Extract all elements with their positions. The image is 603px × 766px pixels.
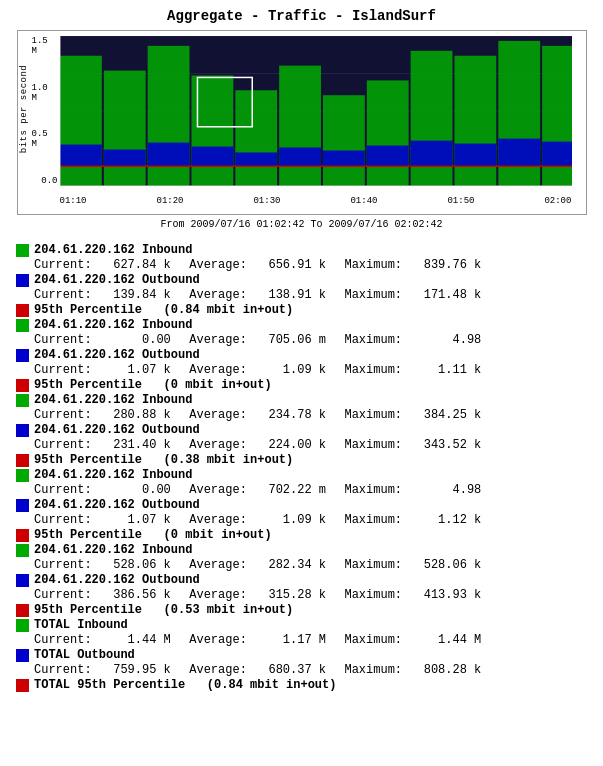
svg-rect-11 xyxy=(279,66,321,186)
svg-rect-18 xyxy=(60,145,102,167)
y-ticks: 1.5 M 1.0 M 0.5 M 0.0 xyxy=(32,36,60,186)
x-tick-2: 01:30 xyxy=(253,196,280,206)
legend-label-total-in: TOTAL Inbound xyxy=(34,618,128,632)
maximum-8: Maximum: 1.12 k xyxy=(330,513,481,527)
legend-row-pct-5: 95th Percentile (0.53 mbit in+out) xyxy=(16,603,587,617)
current-7: Current: 0.00 xyxy=(34,483,171,497)
legend-label-7: 204.61.220.162 Inbound xyxy=(34,468,192,482)
maximum-10: Maximum: 413.93 k xyxy=(330,588,481,602)
maximum-2: Maximum: 171.48 k xyxy=(330,288,481,302)
current-2: Current: 139.84 k xyxy=(34,288,171,302)
legend-row-7: 204.61.220.162 Inbound xyxy=(16,468,587,482)
average-total-out: Average: 680.37 k xyxy=(175,663,326,677)
y-tick-0: 1.5 M xyxy=(32,36,58,56)
average-10: Average: 315.28 k xyxy=(175,588,326,602)
maximum-9: Maximum: 528.06 k xyxy=(330,558,481,572)
red-icon-total xyxy=(16,679,29,692)
legend-row-4: 204.61.220.162 Outbound xyxy=(16,348,587,362)
legend-label-total-out: TOTAL Outbound xyxy=(34,648,135,662)
average-total-in: Average: 1.17 M xyxy=(175,633,326,647)
legend-label-total-pct: TOTAL 95th Percentile (0.84 mbit in+out) xyxy=(34,678,336,692)
data-row-10: Current: 386.56 k Average: 315.28 k Maxi… xyxy=(34,588,587,602)
svg-rect-29 xyxy=(542,142,572,167)
legend-row-total-in: TOTAL Inbound xyxy=(16,618,587,632)
legend-row-pct-4: 95th Percentile (0 mbit in+out) xyxy=(16,528,587,542)
svg-rect-7 xyxy=(103,71,145,186)
legend-label-pct-4: 95th Percentile (0 mbit in+out) xyxy=(34,528,272,542)
legend-row-3: 204.61.220.162 Inbound xyxy=(16,318,587,332)
legend-label-1: 204.61.220.162 Inbound xyxy=(34,243,192,257)
svg-rect-20 xyxy=(147,143,189,167)
legend-label-5: 204.61.220.162 Inbound xyxy=(34,393,192,407)
x-tick-0: 01:10 xyxy=(60,196,87,206)
blue-icon-4 xyxy=(16,499,29,512)
data-row-2: Current: 139.84 k Average: 138.91 k Maxi… xyxy=(34,288,587,302)
x-tick-1: 01:20 xyxy=(156,196,183,206)
current-5: Current: 280.88 k xyxy=(34,408,171,422)
maximum-6: Maximum: 343.52 k xyxy=(330,438,481,452)
svg-rect-13 xyxy=(366,80,408,186)
svg-rect-10 xyxy=(235,90,277,186)
chart-area: bits per second 1.5 M 1.0 M 0.5 M 0.0 xyxy=(17,30,587,215)
legend-row-1: 204.61.220.162 Inbound xyxy=(16,243,587,257)
chart-plot xyxy=(60,36,572,186)
legend-row-pct-3: 95th Percentile (0.38 mbit in+out) xyxy=(16,453,587,467)
data-row-5: Current: 280.88 k Average: 234.78 k Maxi… xyxy=(34,408,587,422)
time-range: From 2009/07/16 01:02:42 To 2009/07/16 0… xyxy=(6,219,597,230)
blue-icon-1 xyxy=(16,274,29,287)
y-tick-3: 0.0 xyxy=(41,176,57,186)
data-row-8: Current: 1.07 k Average: 1.09 k Maximum:… xyxy=(34,513,587,527)
maximum-5: Maximum: 384.25 k xyxy=(330,408,481,422)
average-2: Average: 138.91 k xyxy=(175,288,326,302)
red-icon-1 xyxy=(16,304,29,317)
current-6: Current: 231.40 k xyxy=(34,438,171,452)
svg-rect-27 xyxy=(454,144,496,167)
legend-label-9: 204.61.220.162 Inbound xyxy=(34,543,192,557)
page-container: Aggregate - Traffic - IslandSurf bits pe… xyxy=(0,0,603,703)
legend-label-6: 204.61.220.162 Outbound xyxy=(34,423,200,437)
data-row-6: Current: 231.40 k Average: 224.00 k Maxi… xyxy=(34,438,587,452)
x-tick-5: 02:00 xyxy=(544,196,571,206)
svg-rect-23 xyxy=(279,148,321,167)
legend-row-8: 204.61.220.162 Outbound xyxy=(16,498,587,512)
data-row-7: Current: 0.00 Average: 702.22 m Maximum:… xyxy=(34,483,587,497)
red-icon-2 xyxy=(16,379,29,392)
current-4: Current: 1.07 k xyxy=(34,363,171,377)
average-7: Average: 702.22 m xyxy=(175,483,326,497)
chart-svg xyxy=(60,36,572,186)
average-9: Average: 282.34 k xyxy=(175,558,326,572)
green-icon-5 xyxy=(16,544,29,557)
current-9: Current: 528.06 k xyxy=(34,558,171,572)
current-10: Current: 386.56 k xyxy=(34,588,171,602)
average-5: Average: 234.78 k xyxy=(175,408,326,422)
svg-rect-19 xyxy=(103,149,145,166)
legend-label-pct-5: 95th Percentile (0.53 mbit in+out) xyxy=(34,603,293,617)
data-row-9: Current: 528.06 k Average: 282.34 k Maxi… xyxy=(34,558,587,572)
legend-row-total-out: TOTAL Outbound xyxy=(16,648,587,662)
maximum-total-in: Maximum: 1.44 M xyxy=(330,633,481,647)
legend-section: 204.61.220.162 Inbound Current: 627.84 k… xyxy=(6,240,597,695)
blue-icon-5 xyxy=(16,574,29,587)
page-title: Aggregate - Traffic - IslandSurf xyxy=(6,8,597,24)
blue-icon-2 xyxy=(16,349,29,362)
green-icon-2 xyxy=(16,319,29,332)
legend-label-pct-3: 95th Percentile (0.38 mbit in+out) xyxy=(34,453,293,467)
red-icon-3 xyxy=(16,454,29,467)
green-icon-3 xyxy=(16,394,29,407)
average-8: Average: 1.09 k xyxy=(175,513,326,527)
legend-label-4: 204.61.220.162 Outbound xyxy=(34,348,200,362)
legend-label-pct-2: 95th Percentile (0 mbit in+out) xyxy=(34,378,272,392)
maximum-3: Maximum: 4.98 xyxy=(330,333,481,347)
x-tick-3: 01:40 xyxy=(350,196,377,206)
green-icon-total xyxy=(16,619,29,632)
current-total-out: Current: 759.95 k xyxy=(34,663,171,677)
legend-row-9: 204.61.220.162 Inbound xyxy=(16,543,587,557)
y-tick-2: 0.5 M xyxy=(32,129,58,149)
data-row-total-out: Current: 759.95 k Average: 680.37 k Maxi… xyxy=(34,663,587,677)
current-total-in: Current: 1.44 M xyxy=(34,633,171,647)
legend-label-pct-1: 95th Percentile (0.84 mbit in+out) xyxy=(34,303,293,317)
maximum-4: Maximum: 1.11 k xyxy=(330,363,481,377)
legend-label-2: 204.61.220.162 Outbound xyxy=(34,273,200,287)
x-tick-4: 01:50 xyxy=(447,196,474,206)
legend-row-total-pct: TOTAL 95th Percentile (0.84 mbit in+out) xyxy=(16,678,587,692)
